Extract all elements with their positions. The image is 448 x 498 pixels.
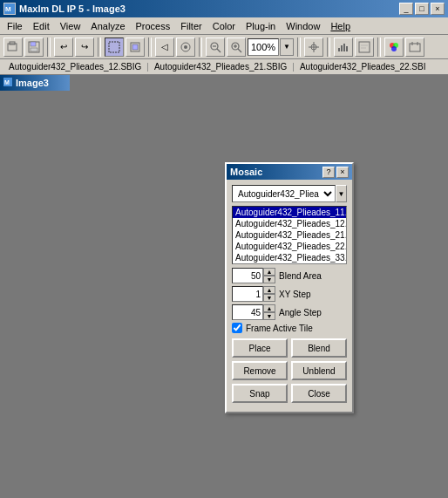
frame-active-tile-label: Frame Active Tile: [246, 324, 313, 333]
dialog-title-buttons: ? ×: [322, 167, 349, 178]
toolbar-btn-arrow-right[interactable]: [176, 38, 195, 57]
tab-bar: Autoguider432_Plieades_12.SBIG | Autogui…: [0, 59, 448, 75]
dropdown-row: Autoguider432_Pliea ▼: [232, 185, 347, 202]
xy-step-spin-up[interactable]: ▲: [263, 286, 275, 294]
list-item-3[interactable]: Autoguider432_Plieades_22.SBIG: [233, 241, 346, 252]
remove-button[interactable]: Remove: [232, 361, 288, 380]
svg-rect-22: [338, 48, 340, 51]
toolbar: ↩ ↪ ◁ ▼: [0, 35, 448, 59]
toolbar-sep-5: [297, 38, 301, 57]
tab-image-2[interactable]: Autoguider432_Plieades_21.SBIG: [149, 61, 292, 72]
menu-plugin[interactable]: Plug-in: [241, 19, 281, 33]
xy-step-row: 1 ▲ ▼ XY Step: [232, 286, 347, 302]
angle-step-input[interactable]: 45: [232, 304, 263, 320]
xy-step-spinners: ▲ ▼: [263, 286, 275, 302]
list-item-0[interactable]: Autoguider432_Plieades_11.SBIG: [233, 207, 346, 218]
dialog-content: Autoguider432_Pliea ▼ Autoguider432_Plie…: [227, 180, 352, 412]
toolbar-btn-arrow-left[interactable]: ◁: [155, 38, 174, 57]
svg-rect-32: [410, 44, 420, 51]
menu-color[interactable]: Color: [207, 19, 241, 33]
toolbar-btn-histogram[interactable]: [334, 38, 353, 57]
blend-button[interactable]: Blend: [291, 338, 347, 358]
place-button[interactable]: Place: [232, 338, 288, 358]
dialog-close-button[interactable]: ×: [336, 167, 349, 178]
unblend-button[interactable]: Unblend: [291, 361, 347, 380]
title-bar-buttons: _ □ ×: [399, 3, 445, 15]
title-bar: M MaxIm DL IP 5 - Image3 _ □ ×: [0, 0, 448, 17]
menu-filter[interactable]: Filter: [175, 19, 207, 33]
svg-rect-6: [31, 48, 37, 51]
snap-button[interactable]: Snap: [232, 384, 288, 403]
menu-file[interactable]: File: [2, 19, 28, 33]
mosaic-dialog: Mosaic ? × Autoguider432_Pliea ▼ Autogui…: [225, 162, 354, 413]
toolbar-btn-zoom-in[interactable]: [227, 38, 246, 57]
menu-analyze[interactable]: Analyze: [85, 19, 130, 33]
menu-process[interactable]: Process: [131, 19, 176, 33]
angle-step-spin-down[interactable]: ▼: [263, 312, 275, 320]
zoom-dropdown-button[interactable]: ▼: [280, 38, 294, 56]
app-icon: M: [3, 3, 16, 15]
toolbar-btn-save[interactable]: [24, 38, 44, 57]
toolbar-btn-color[interactable]: [384, 38, 404, 57]
svg-rect-7: [109, 42, 119, 52]
xy-step-input[interactable]: 1: [232, 286, 263, 302]
zoom-box: ▼: [248, 38, 294, 56]
svg-rect-23: [341, 45, 343, 51]
blend-area-spin-up[interactable]: ▲: [263, 268, 275, 276]
list-item-2[interactable]: Autoguider432_Plieades_21.SBIG: [233, 229, 346, 241]
image-dropdown[interactable]: Autoguider432_Pliea: [232, 185, 336, 202]
zoom-input[interactable]: [248, 38, 279, 56]
toolbar-btn-redo[interactable]: ↪: [75, 38, 94, 57]
svg-line-13: [217, 49, 221, 52]
toolbar-btn-select[interactable]: [105, 38, 124, 57]
snap-close-row: Snap Close: [232, 384, 347, 403]
toolbar-btn-stats[interactable]: [355, 38, 374, 57]
app-title: MaxIm DL IP 5 - Image3: [19, 3, 399, 14]
angle-step-spin-up[interactable]: ▲: [263, 304, 275, 312]
toolbar-sep-1: [47, 38, 51, 57]
minimize-button[interactable]: _: [399, 3, 413, 15]
maximize-button[interactable]: □: [415, 3, 429, 15]
toolbar-sep-6: [327, 38, 330, 57]
toolbar-btn-zoom-out[interactable]: [206, 38, 225, 57]
sub-win-icon: M: [3, 78, 12, 88]
dropdown-arrow-button[interactable]: ▼: [336, 185, 347, 202]
list-item-4[interactable]: Autoguider432_Plieades_33.SBIG: [233, 252, 346, 263]
svg-point-31: [391, 46, 397, 51]
blend-area-spinners: ▲ ▼: [263, 268, 275, 283]
close-dialog-button[interactable]: Close: [291, 384, 347, 403]
toolbar-sep-3: [148, 38, 152, 57]
blend-area-spin-down[interactable]: ▼: [263, 276, 275, 283]
image-area: M Image3 Mosaic ? × Autoguider432_Pliea …: [0, 75, 448, 498]
menu-view[interactable]: View: [55, 19, 86, 33]
angle-step-label: Angle Step: [279, 308, 322, 317]
toolbar-sep-7: [377, 38, 381, 57]
tab-image-3[interactable]: Autoguider432_Plieades_22.SBI: [295, 61, 431, 72]
close-button[interactable]: ×: [431, 3, 445, 15]
place-blend-row: Place Blend: [232, 338, 347, 358]
menu-edit[interactable]: Edit: [28, 19, 55, 33]
menu-window[interactable]: Window: [281, 19, 325, 33]
list-item-1[interactable]: Autoguider432_Plieades_12.SBIG: [233, 218, 346, 229]
frame-active-tile-row: Frame Active Tile: [232, 323, 347, 333]
sub-window-title: Image3: [16, 78, 49, 88]
svg-point-11: [184, 45, 187, 49]
toolbar-btn-export[interactable]: [405, 38, 424, 57]
toolbar-btn-crosshair[interactable]: [304, 38, 323, 57]
blend-area-input[interactable]: 50: [232, 268, 263, 283]
toolbar-btn-undo[interactable]: ↩: [54, 38, 73, 57]
dialog-title: Mosaic: [230, 167, 262, 177]
menu-help[interactable]: Help: [325, 19, 356, 33]
tab-image-1[interactable]: Autoguider432_Plieades_12.SBIG: [3, 61, 146, 72]
svg-rect-26: [359, 42, 370, 52]
svg-rect-24: [343, 44, 345, 51]
toolbar-btn-crop[interactable]: [126, 38, 145, 57]
dialog-help-button[interactable]: ?: [322, 167, 335, 178]
toolbar-sep-2: [98, 38, 101, 57]
toolbar-btn-open[interactable]: [3, 38, 23, 57]
xy-step-spin-down[interactable]: ▼: [263, 294, 275, 302]
frame-active-tile-checkbox[interactable]: [232, 323, 242, 333]
svg-text:M: M: [5, 5, 11, 13]
xy-step-label: XY Step: [279, 290, 311, 299]
image-listbox[interactable]: Autoguider432_Plieades_11.SBIG Autoguide…: [232, 206, 347, 264]
